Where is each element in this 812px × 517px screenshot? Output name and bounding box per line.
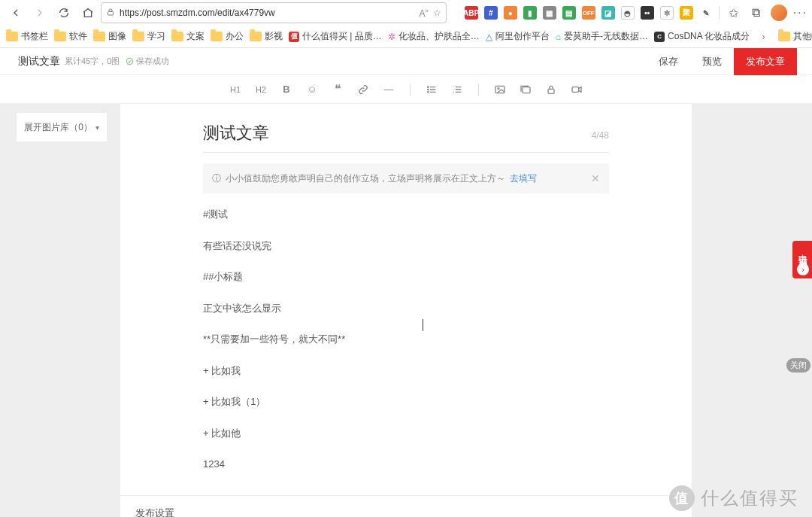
extensions-tray: ABP # ● ▮ ▦ ▤ OFF ◪ ◓ •• ✲ 聚 ✎ ✩ ⧉ ··· <box>465 2 807 24</box>
bookmark-folder[interactable]: 办公 <box>211 30 244 43</box>
tool-lock[interactable] <box>544 82 559 97</box>
nav-refresh-button[interactable] <box>53 2 75 24</box>
ext-off-icon[interactable]: OFF <box>582 6 595 20</box>
bookmark-link[interactable]: CCosDNA 化妆品成分 <box>654 30 750 43</box>
close-floater-button[interactable]: 关闭 <box>786 358 810 373</box>
profile-avatar[interactable] <box>771 5 787 21</box>
ext-eyes-icon[interactable]: •• <box>641 6 654 20</box>
stance-fill-link[interactable]: 去填写 <box>510 172 537 185</box>
content-line[interactable]: 1234 <box>203 457 609 472</box>
stance-banner-close[interactable]: ✕ <box>591 172 600 184</box>
preview-button[interactable]: 预览 <box>690 48 734 75</box>
content-line[interactable]: #测试 <box>203 207 609 222</box>
editor-canvas[interactable]: 测试文章 4/48 ⓘ 小小值鼓励您勇敢声明自己的创作立场，立场声明将展示在正文… <box>120 104 692 495</box>
svg-point-4 <box>428 91 429 92</box>
chevron-down-icon: ▾ <box>95 123 99 132</box>
lock-icon <box>106 8 115 19</box>
bookmarks-bar: 书签栏 软件 图像 学习 文案 办公 影视 值什么值得买 | 品质… ✲化妆品、… <box>0 26 812 48</box>
collections-button[interactable]: ⧉ <box>748 2 765 24</box>
ext-abp-icon[interactable]: ABP <box>465 6 478 20</box>
favorites-button[interactable]: ✩ <box>726 2 742 24</box>
bookmark-link[interactable]: 值什么值得买 | 品质… <box>289 30 382 43</box>
save-button[interactable]: 保存 <box>647 48 690 75</box>
address-bar[interactable]: A» ☆ <box>101 2 447 23</box>
tool-ol[interactable] <box>450 82 465 97</box>
editor-doc-stats: 累计45字，0图 <box>65 56 120 67</box>
document-body[interactable]: #测试 有些话还没说完 ##小标题 正文中该怎么显示 **只需要加一些符号，就大… <box>120 193 692 495</box>
svg-point-6 <box>498 87 499 89</box>
svg-rect-0 <box>108 11 114 15</box>
tool-h1[interactable]: H1 <box>228 82 243 97</box>
bookmark-folder[interactable]: 文案 <box>171 30 205 43</box>
ext-y-icon[interactable]: 聚 <box>680 6 693 20</box>
ext-gear-icon[interactable]: ✲ <box>660 6 674 20</box>
editor-save-status: 保存成功 <box>126 56 169 67</box>
svg-point-2 <box>428 87 429 87</box>
reader-mode-icon[interactable]: A» <box>420 8 429 19</box>
content-line[interactable]: ##小标题 <box>203 269 609 284</box>
image-library-toggle[interactable]: 展开图片库（0） ▾ <box>17 113 107 141</box>
bookmark-folder[interactable]: 图像 <box>93 30 126 43</box>
bookmark-link[interactable]: ✲化妆品、护肤品全… <box>388 30 480 43</box>
document-title-input[interactable]: 测试文章 <box>203 122 592 144</box>
content-line[interactable]: **只需要加一些符号，就大不同** <box>203 332 609 347</box>
tool-hr[interactable]: — <box>381 82 396 97</box>
tool-video[interactable] <box>569 82 584 97</box>
info-icon: ⓘ <box>212 172 221 185</box>
nav-back-button[interactable] <box>5 2 27 24</box>
nav-forward-button[interactable] <box>29 2 51 24</box>
watermark-text: 什么值得买 <box>701 486 798 510</box>
svg-rect-9 <box>572 87 579 92</box>
publish-settings-toggle[interactable]: 发布设置 <box>120 495 692 517</box>
ext-pen-icon[interactable]: ✎ <box>699 6 713 20</box>
tool-gallery[interactable] <box>518 82 533 97</box>
tool-bold[interactable]: B <box>279 82 294 97</box>
svg-rect-5 <box>495 86 504 93</box>
content-line[interactable]: + 比如我 <box>203 363 609 379</box>
stance-banner-text: 小小值鼓励您勇敢声明自己的创作立场，立场声明将展示在正文上方～ <box>226 172 505 185</box>
bookmark-folder[interactable]: 学习 <box>132 30 165 43</box>
browser-menu-button[interactable]: ··· <box>793 6 807 20</box>
tool-emoji[interactable]: ☺ <box>304 82 320 97</box>
tool-quote[interactable]: ❝ <box>330 82 345 97</box>
chevron-right-icon: › <box>797 263 809 275</box>
ext-sheets-icon[interactable]: ▤ <box>562 6 576 20</box>
publish-button[interactable]: 发布文章 <box>734 48 797 75</box>
bookmark-folder[interactable]: 书签栏 <box>6 30 48 43</box>
bookmark-link[interactable]: △阿里创作平台 <box>486 30 550 43</box>
stance-banner: ⓘ 小小值鼓励您勇敢声明自己的创作立场，立场声明将展示在正文上方～ 去填写 ✕ <box>203 163 609 193</box>
editor-doc-title: 测试文章 <box>18 55 60 68</box>
content-line[interactable]: 有些话还没说完 <box>203 239 609 254</box>
bookmark-link[interactable]: ⌂爱莫助手-无线数据… <box>556 30 648 43</box>
favorite-icon[interactable]: ☆ <box>433 8 441 18</box>
editor-header: 测试文章 累计45字，0图 保存成功 保存 预览 发布文章 <box>0 48 812 75</box>
svg-rect-7 <box>523 87 530 93</box>
ext-green-icon[interactable]: ▮ <box>523 6 537 20</box>
bookmarks-overflow-button[interactable]: › <box>762 32 765 42</box>
tool-h2[interactable]: H2 <box>253 82 268 97</box>
ext-dot-icon[interactable]: ● <box>504 6 517 20</box>
watermark: 值 什么值得买 <box>669 485 798 511</box>
tool-image[interactable] <box>492 82 508 97</box>
bookmark-folder[interactable]: 影视 <box>250 30 283 43</box>
watermark-logo-icon: 值 <box>669 485 695 511</box>
content-line[interactable]: + 比如他 <box>203 426 609 441</box>
bookmark-folder[interactable]: 软件 <box>54 30 87 43</box>
ext-hash-icon[interactable]: # <box>484 6 498 20</box>
text-cursor <box>423 319 423 331</box>
ext-teal-icon[interactable]: ◪ <box>601 6 615 20</box>
format-toolbar: H1 H2 B ☺ ❝ — <box>0 75 812 104</box>
tool-ul[interactable] <box>424 82 439 97</box>
apply-creator-cert-button[interactable]: 申请认证创作者 › <box>792 241 812 278</box>
content-line[interactable]: 正文中该怎么显示 <box>203 301 609 316</box>
content-line[interactable]: + 比如我（1） <box>203 394 609 409</box>
svg-point-3 <box>428 89 429 90</box>
bookmark-folder-other[interactable]: 其他收藏夹 <box>778 30 812 43</box>
title-char-count: 4/48 <box>592 130 609 141</box>
url-input[interactable] <box>120 8 415 18</box>
ext-shield-icon[interactable]: ◓ <box>621 6 635 20</box>
ext-grey-icon[interactable]: ▦ <box>543 6 556 20</box>
tool-link[interactable] <box>356 82 371 97</box>
nav-home-button[interactable] <box>77 2 99 24</box>
svg-rect-8 <box>548 89 554 93</box>
